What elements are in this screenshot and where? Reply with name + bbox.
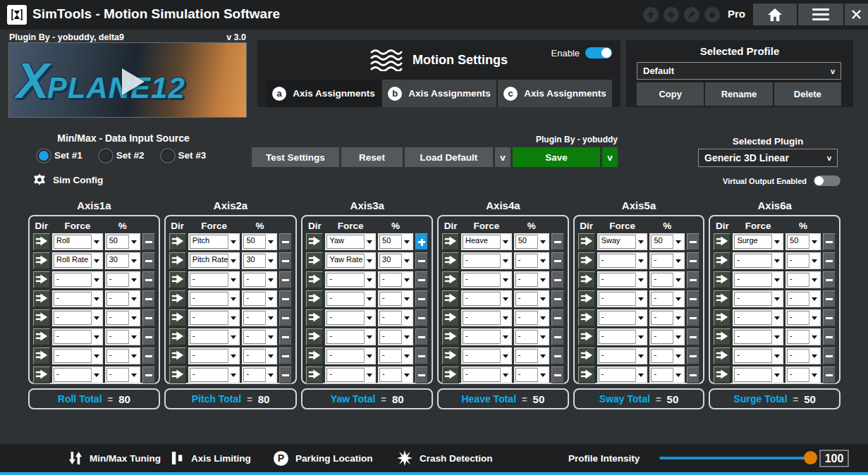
radio-set-3[interactable]: Set #3 [163, 150, 207, 161]
percent-select[interactable]: - [649, 309, 685, 326]
percent-select[interactable]: - [514, 271, 549, 288]
direction-button[interactable] [306, 233, 323, 250]
force-select[interactable]: - [733, 290, 783, 307]
force-select[interactable]: - [597, 309, 648, 326]
copy-button[interactable]: Copy [637, 82, 704, 106]
force-select[interactable]: - [597, 328, 648, 345]
remove-row-button[interactable] [279, 290, 292, 307]
close-button[interactable] [845, 4, 868, 25]
percent-select[interactable]: - [514, 290, 549, 307]
percent-select[interactable]: - [786, 347, 821, 364]
remove-row-button[interactable] [142, 290, 155, 307]
remove-row-button[interactable] [823, 328, 836, 345]
direction-button[interactable] [442, 309, 459, 326]
direction-button[interactable] [306, 252, 323, 269]
force-select[interactable]: Roll [52, 233, 103, 250]
direction-button[interactable] [169, 271, 186, 288]
remove-row-button[interactable] [551, 347, 564, 364]
remove-row-button[interactable] [279, 252, 292, 269]
remove-row-button[interactable] [142, 347, 155, 364]
percent-select[interactable]: 50 [105, 233, 140, 250]
remove-row-button[interactable] [279, 233, 292, 250]
percent-select[interactable]: - [649, 328, 685, 345]
force-select[interactable]: - [52, 271, 103, 288]
remove-row-button[interactable] [279, 328, 292, 345]
percent-select[interactable]: 30 [378, 252, 413, 269]
force-select[interactable]: Pitch [188, 233, 240, 250]
percent-select[interactable]: - [242, 290, 277, 307]
direction-button[interactable] [578, 252, 595, 269]
force-select[interactable]: - [461, 309, 512, 326]
direction-button[interactable] [442, 271, 459, 288]
direction-button[interactable] [578, 290, 595, 307]
force-select[interactable]: - [733, 309, 783, 326]
direction-button[interactable] [169, 347, 186, 364]
remove-row-button[interactable] [279, 309, 292, 326]
tab-axis-assignments-a[interactable]: a Axis Assignments [267, 80, 381, 107]
force-select[interactable]: - [188, 271, 240, 288]
force-select[interactable]: Surge [733, 233, 783, 250]
direction-button[interactable] [33, 233, 50, 250]
remove-row-button[interactable] [687, 271, 699, 288]
remove-row-button[interactable] [279, 347, 292, 364]
direction-button[interactable] [714, 233, 731, 250]
force-select[interactable]: Yaw Rate [325, 252, 376, 269]
force-select[interactable]: - [188, 309, 240, 326]
minmax-tuning-button[interactable]: Min/Max Tuning [67, 444, 161, 472]
percent-select[interactable]: - [649, 347, 685, 364]
crash-detection-button[interactable]: Crash Detection [397, 444, 493, 472]
direction-button[interactable] [33, 366, 50, 383]
remove-row-button[interactable] [142, 233, 155, 250]
test-settings-button[interactable]: Test Settings [252, 147, 339, 167]
percent-select[interactable]: - [242, 309, 277, 326]
percent-select[interactable]: - [786, 252, 821, 269]
direction-button[interactable] [306, 290, 323, 307]
update-icon[interactable] [643, 7, 659, 23]
remove-row-button[interactable] [551, 271, 564, 288]
percent-select[interactable]: 50 [242, 233, 277, 250]
percent-select[interactable]: - [514, 347, 549, 364]
remove-row-button[interactable] [415, 328, 428, 345]
enable-toggle[interactable] [585, 47, 612, 58]
remove-row-button[interactable] [142, 309, 155, 326]
percent-select[interactable]: - [786, 290, 821, 307]
plug-icon[interactable] [704, 7, 720, 23]
tab-axis-assignments-c[interactable]: c Axis Assignments [498, 80, 612, 107]
direction-button[interactable] [169, 290, 186, 307]
slider-thumb[interactable] [804, 451, 817, 464]
remove-row-button[interactable] [551, 366, 564, 383]
force-select[interactable]: - [52, 328, 103, 345]
percent-select[interactable]: 50 [786, 233, 821, 250]
percent-select[interactable]: - [378, 328, 413, 345]
remove-row-button[interactable] [142, 366, 155, 383]
home-button[interactable] [753, 4, 797, 25]
plugin-banner[interactable]: XPLANE12 [8, 42, 247, 118]
direction-button[interactable] [169, 252, 186, 269]
percent-select[interactable]: - [514, 309, 549, 326]
rename-button[interactable]: Rename [705, 82, 772, 106]
force-select[interactable]: - [597, 271, 648, 288]
load-default-button[interactable]: Load Default [405, 147, 493, 167]
remove-row-button[interactable] [823, 366, 836, 383]
force-select[interactable]: - [597, 252, 648, 269]
direction-button[interactable] [714, 328, 731, 345]
sim-config-button[interactable]: Sim Config [32, 173, 103, 187]
percent-select[interactable]: 30 [105, 252, 140, 269]
percent-select[interactable]: - [514, 366, 549, 383]
percent-select[interactable]: - [242, 271, 277, 288]
direction-button[interactable] [169, 366, 186, 383]
remove-row-button[interactable] [415, 347, 428, 364]
add-row-button[interactable] [415, 233, 428, 250]
tab-axis-assignments-b[interactable]: b Axis Assignments [382, 80, 496, 107]
force-select[interactable]: - [52, 290, 103, 307]
force-select[interactable]: - [325, 290, 376, 307]
direction-button[interactable] [714, 290, 731, 307]
percent-select[interactable]: - [242, 366, 277, 383]
remove-row-button[interactable] [551, 309, 564, 326]
force-select[interactable]: - [597, 347, 648, 364]
remove-row-button[interactable] [551, 328, 564, 345]
direction-button[interactable] [578, 328, 595, 345]
force-select[interactable]: - [733, 252, 783, 269]
percent-select[interactable]: - [105, 328, 140, 345]
force-select[interactable]: - [733, 328, 783, 345]
